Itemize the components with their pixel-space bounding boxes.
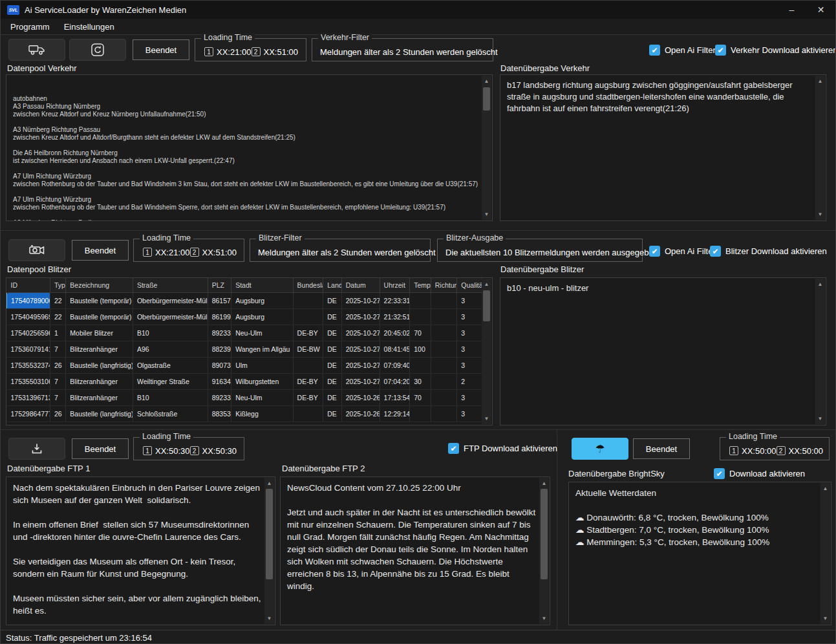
table-cell[interactable]: DE-BY: [293, 374, 323, 390]
table-cell[interactable]: 17540789006: [7, 293, 50, 309]
table-cell[interactable]: [410, 293, 431, 309]
scroll-up-icon[interactable]: ▲: [815, 279, 825, 289]
table-cell[interactable]: B10: [133, 390, 208, 406]
table-row[interactable]: 175402565961Mobiler BlitzerB1089233Neu-U…: [7, 325, 482, 341]
table-cell[interactable]: 3: [457, 390, 482, 406]
table-cell[interactable]: DE: [323, 309, 341, 325]
table-cell[interactable]: [431, 293, 457, 309]
table-cell[interactable]: Augsburg: [231, 309, 293, 325]
table-cell[interactable]: 2025-10-27: [341, 358, 380, 374]
table-cell[interactable]: 3: [457, 341, 482, 358]
table-row[interactable]: 1754049596922Baustelle (temporär)Oberbür…: [7, 309, 482, 325]
table-cell[interactable]: Augsburg: [231, 293, 293, 309]
table-cell[interactable]: Neu-Ulm: [231, 325, 293, 341]
checkbox-ftp-download[interactable]: ✔ FTP Download aktivieren: [448, 443, 557, 454]
column-header[interactable]: Stadt: [231, 278, 293, 293]
table-cell[interactable]: 3: [457, 309, 482, 325]
table-cell[interactable]: 100: [410, 341, 431, 358]
table-cell[interactable]: 17535532374: [7, 358, 50, 374]
verkehr-beendet-button[interactable]: Beendet: [133, 39, 189, 60]
table-cell[interactable]: 86157: [208, 293, 231, 309]
table-cell[interactable]: DE: [323, 358, 341, 374]
table-cell[interactable]: 30: [410, 374, 431, 390]
table-cell[interactable]: [431, 309, 457, 325]
table-cell[interactable]: 07:04:20: [380, 374, 410, 390]
table-cell[interactable]: 3: [457, 293, 482, 309]
brightsky-load-button[interactable]: ☂: [572, 438, 628, 460]
table-cell[interactable]: DE-BY: [293, 390, 323, 406]
column-header[interactable]: PLZ: [208, 278, 231, 293]
scrollbar[interactable]: ▲ ▼: [820, 483, 830, 624]
table-cell[interactable]: DE: [323, 406, 341, 422]
table-cell[interactable]: 17529864777: [7, 406, 50, 422]
ftp2-textarea[interactable]: NewsCloud Content vom 27.10.25 22:00 Uhr…: [280, 477, 550, 625]
checkbox-brightsky-download[interactable]: ✔ Download aktivieren: [714, 468, 805, 479]
table-cell[interactable]: 2: [457, 374, 482, 390]
table-cell[interactable]: 2025-10-26: [341, 406, 380, 422]
ftp1-textarea[interactable]: Nach dem spektakulären Einbruch in den P…: [6, 477, 275, 625]
datenuebergabe-blitzer-textarea[interactable]: b10 - neu-ulm - blitzer ▲ ▼: [500, 277, 826, 425]
scroll-up-icon[interactable]: ▲: [815, 76, 825, 86]
verkehr-filter-value[interactable]: Meldungen älter als 2 Stunden werden gel…: [312, 43, 493, 61]
column-header[interactable]: Tempo: [410, 278, 431, 293]
table-cell[interactable]: 22: [50, 293, 66, 309]
table-cell[interactable]: Baustelle (temporär): [66, 293, 133, 309]
table-row[interactable]: 175355031067BlitzeranhängerWeiltinger St…: [7, 374, 482, 390]
table-row[interactable]: 1753553237426Baustelle (langfristig)Olga…: [7, 358, 482, 374]
scroll-up-icon[interactable]: ▲: [482, 279, 491, 289]
table-cell[interactable]: 91634: [208, 374, 231, 390]
checkbox-blitzer-open-ai-filter[interactable]: ✔ Open Ai Filter: [649, 246, 716, 257]
checkbox-verkehr-download[interactable]: ✔ Verkehr Download aktivieren: [715, 45, 836, 56]
table-row[interactable]: 175313967137BlitzeranhängerB1089233Neu-U…: [7, 390, 482, 406]
scroll-up-icon[interactable]: ▲: [820, 484, 830, 493]
scrollbar[interactable]: ▲ ▼: [482, 76, 491, 220]
table-cell[interactable]: 89233: [208, 325, 231, 341]
ftp-beendet-button[interactable]: Beendet: [72, 438, 129, 459]
table-cell[interactable]: 7: [50, 374, 66, 390]
table-cell[interactable]: B10: [133, 325, 208, 341]
table-cell[interactable]: [431, 325, 457, 341]
table-cell[interactable]: 3: [457, 406, 482, 422]
table-cell[interactable]: Mobiler Blitzer: [66, 325, 133, 341]
table-cell[interactable]: 12:29:14: [380, 406, 410, 422]
table-cell[interactable]: 17540256596: [7, 325, 50, 341]
table-cell[interactable]: Blitzeranhänger: [66, 341, 133, 358]
table-cell[interactable]: Blitzeranhänger: [66, 390, 133, 406]
brightsky-textarea[interactable]: Aktuelle Wetterdaten ☁ Donauwörth: 6,8 °…: [568, 482, 831, 625]
table-cell[interactable]: 89233: [208, 390, 231, 406]
table-cell[interactable]: 7: [50, 341, 66, 358]
menu-programm[interactable]: Programm: [3, 20, 57, 34]
scroll-down-icon[interactable]: ▼: [815, 209, 825, 219]
scrollbar[interactable]: ▲ ▼: [482, 279, 491, 424]
table-cell[interactable]: DE-BW: [293, 341, 323, 358]
table-cell[interactable]: DE: [323, 325, 341, 341]
datenpool-verkehr-textarea[interactable]: autobahnen A3 Passau Richtung Nürnberg z…: [6, 74, 493, 221]
brightsky-beendet-button[interactable]: Beendet: [633, 438, 690, 459]
scroll-up-icon[interactable]: ▲: [539, 478, 549, 488]
scrollbar[interactable]: ▲ ▼: [539, 478, 549, 624]
table-cell[interactable]: 2025-10-27: [341, 374, 380, 390]
table-cell[interactable]: 7: [50, 390, 66, 406]
table-row[interactable]: 175360791417BlitzeranhängerA9688239Wange…: [7, 341, 482, 358]
table-cell[interactable]: [293, 293, 323, 309]
table-cell[interactable]: [293, 406, 323, 422]
blitzer-beendet-button[interactable]: Beendet: [72, 240, 129, 261]
scroll-up-icon[interactable]: ▲: [482, 76, 491, 86]
blitzer-ausgabe-value[interactable]: Die aktuellsten 10 Blitzermeldungen werd…: [438, 243, 642, 261]
blitzer-load-button[interactable]: [8, 239, 65, 261]
column-header[interactable]: Bezeichnung: [66, 278, 133, 293]
menu-einstellungen[interactable]: Einstellungen: [57, 20, 122, 34]
table-cell[interactable]: 20:45:02: [380, 325, 410, 341]
scroll-thumb[interactable]: [541, 489, 548, 579]
table-cell[interactable]: Baustelle (langfristig): [66, 406, 133, 422]
table-cell[interactable]: 08:41:45: [380, 341, 410, 358]
table-cell[interactable]: 17540495969: [7, 309, 50, 325]
table-cell[interactable]: Baustelle (temporär): [66, 309, 133, 325]
table-cell[interactable]: [431, 390, 457, 406]
table-cell[interactable]: 88353: [208, 406, 231, 422]
table-cell[interactable]: Oberbürgermeister-Müller-Ring: [133, 293, 208, 309]
datenuebergabe-verkehr-textarea[interactable]: b17 landsberg richtung augsburg zwischen…: [500, 74, 826, 221]
table-cell[interactable]: Kißlegg: [231, 406, 293, 422]
table-cell[interactable]: 2025-10-26: [341, 390, 380, 406]
checkbox-verkehr-open-ai-filter[interactable]: ✔ Open Ai Filter: [649, 45, 716, 56]
